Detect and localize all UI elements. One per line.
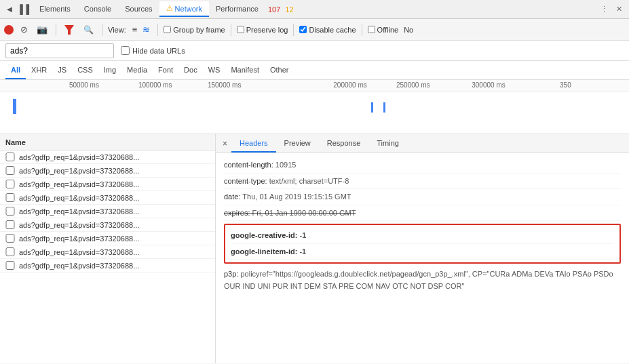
separator-2 — [102, 24, 102, 36]
filter-media[interactable]: Media — [121, 61, 153, 79]
search-btn[interactable]: 🔍 — [81, 24, 96, 36]
request-list: Name ads?gdfp_req=1&pvsid=37320688... ad… — [0, 134, 216, 363]
filter-js[interactable]: JS — [52, 61, 72, 79]
tab-network[interactable]: ⚠ Network — [159, 1, 209, 17]
timeline-bar-2 — [383, 102, 385, 113]
header-google-creative-id: google-creative-id: -1 — [231, 228, 614, 244]
list-item[interactable]: ads?gdfp_req=1&pvsid=37320688... — [0, 218, 215, 232]
row-checkbox-8[interactable] — [5, 261, 15, 270]
tab-performance[interactable]: Performance — [209, 2, 265, 17]
view-label: View: — [108, 26, 126, 34]
header-date: date: Thu, 01 Aug 2019 19:15:15 GMT — [224, 189, 621, 205]
preserve-log-label[interactable]: Preserve log — [237, 26, 288, 34]
filter-manifest[interactable]: Manifest — [225, 61, 265, 79]
back-icon[interactable]: ◄ — [3, 3, 16, 16]
disable-cache-checkbox[interactable] — [299, 26, 307, 33]
row-checkbox-7[interactable] — [5, 247, 15, 256]
filter-doc[interactable]: Doc — [178, 61, 203, 79]
disable-cache-label[interactable]: Disable cache — [299, 26, 356, 34]
main-content: Name ads?gdfp_req=1&pvsid=37320688... ad… — [0, 134, 629, 363]
ruler-mark-250000: 250000 ms — [396, 81, 430, 89]
row-checkbox-2[interactable] — [5, 180, 15, 188]
list-item[interactable]: ads?gdfp_req=1&pvsid=37320688... — [0, 232, 215, 245]
timeline-ruler: 50000 ms 100000 ms 150000 ms 200000 ms 2… — [0, 80, 629, 92]
tab-bar: ◄ ▐▐ Elements Console Sources ⚠ Network … — [0, 0, 629, 19]
list-item[interactable]: ads?gdfp_req=1&pvsid=37320688... — [0, 245, 215, 259]
camera-btn[interactable]: 📷 — [34, 23, 50, 36]
network-toolbar: ⊘ 📷 🔍 View: ≡ ≋ Group by frame Preserve … — [0, 19, 629, 41]
separator-5 — [293, 24, 294, 36]
separator-6 — [362, 24, 362, 36]
header-p3p: p3p: policyref="https://googleads.g.doub… — [224, 266, 621, 294]
record-btn[interactable] — [4, 25, 14, 35]
header-expires: expires: Fri, 01 Jan 1990 00:00:00 GMT — [224, 205, 621, 222]
highlighted-headers-section: google-creative-id: -1 google-lineitem-i… — [224, 224, 621, 264]
preserve-log-checkbox[interactable] — [237, 26, 244, 33]
row-checkbox-6[interactable] — [5, 234, 15, 243]
list-view-btn[interactable]: ≡ — [130, 24, 140, 35]
error-count: 107 12 — [268, 5, 294, 14]
separator-4 — [231, 24, 231, 36]
list-item[interactable]: ads?gdfp_req=1&pvsid=37320688... — [0, 150, 215, 164]
row-checkbox-4[interactable] — [5, 207, 15, 216]
filter-xhr[interactable]: XHR — [26, 61, 52, 79]
ruler-mark-350: 350 — [560, 81, 571, 89]
separator-1 — [56, 24, 56, 36]
row-checkbox-1[interactable] — [5, 166, 15, 175]
list-item[interactable]: ads?gdfp_req=1&pvsid=37320688... — [0, 259, 215, 272]
row-checkbox-0[interactable] — [5, 153, 15, 161]
filter-img[interactable]: Img — [98, 61, 121, 79]
header-google-lineitem-id: google-lineitem-id: -1 — [231, 244, 614, 260]
detail-panel: × Headers Preview Response Timing conten… — [216, 134, 629, 363]
grid-view-btn[interactable]: ≋ — [140, 24, 152, 35]
offline-checkbox[interactable] — [368, 26, 375, 33]
detail-content: content-length: 10915 content-type: text… — [216, 153, 629, 298]
hide-data-urls-checkbox[interactable] — [121, 46, 130, 55]
filter-other[interactable]: Other — [265, 61, 294, 79]
filter-btn[interactable] — [62, 24, 77, 36]
tab-elements[interactable]: Elements — [33, 2, 77, 17]
separator-3 — [157, 24, 158, 36]
header-content-length: content-length: 10915 — [224, 157, 621, 174]
tab-console[interactable]: Console — [77, 2, 118, 17]
panel-icon[interactable]: ▐▐ — [16, 3, 30, 16]
filter-css[interactable]: CSS — [72, 61, 98, 79]
tab-headers[interactable]: Headers — [231, 134, 276, 153]
no-throttling-label: No — [404, 26, 413, 34]
list-item[interactable]: ads?gdfp_req=1&pvsid=37320688... — [0, 191, 215, 205]
ruler-mark-150000: 150000 ms — [208, 81, 241, 89]
svg-marker-0 — [64, 25, 74, 35]
row-checkbox-5[interactable] — [5, 220, 15, 229]
clear-btn[interactable]: ⊘ — [18, 24, 30, 36]
more-tabs-btn[interactable]: ⋮ — [596, 2, 612, 16]
search-input[interactable] — [5, 43, 114, 58]
tab-preview[interactable]: Preview — [276, 134, 319, 153]
header-content-type: content-type: text/xml; charset=UTF-8 — [224, 174, 621, 190]
timeline: 50000 ms 100000 ms 150000 ms 200000 ms 2… — [0, 80, 629, 134]
hide-data-urls-label[interactable]: Hide data URLs — [121, 46, 185, 55]
filter-row: All XHR JS CSS Img Media Font Doc WS Man… — [0, 61, 629, 80]
view-toggle: ≡ ≋ — [130, 24, 153, 35]
timeline-bar-0 — [13, 99, 16, 114]
list-header: Name — [0, 134, 215, 150]
list-item[interactable]: ads?gdfp_req=1&pvsid=37320688... — [0, 164, 215, 178]
close-devtools-btn[interactable]: ✕ — [612, 2, 626, 16]
detail-tabs: × Headers Preview Response Timing — [216, 134, 629, 153]
filter-font[interactable]: Font — [153, 61, 178, 79]
timeline-bar-1 — [371, 102, 373, 113]
group-by-frame-label[interactable]: Group by frame — [164, 26, 225, 34]
group-by-frame-checkbox[interactable] — [164, 26, 171, 33]
filter-all[interactable]: All — [5, 61, 26, 79]
list-item[interactable]: ads?gdfp_req=1&pvsid=37320688... — [0, 205, 215, 218]
list-item[interactable]: ads?gdfp_req=1&pvsid=37320688... — [0, 178, 215, 191]
tab-timing[interactable]: Timing — [368, 134, 407, 153]
filter-icon — [64, 25, 74, 35]
tab-sources[interactable]: Sources — [118, 2, 159, 17]
detail-close-btn[interactable]: × — [218, 138, 231, 150]
ruler-mark-300000: 300000 ms — [472, 81, 505, 89]
offline-label[interactable]: Offline — [368, 26, 399, 34]
filter-ws[interactable]: WS — [203, 61, 226, 79]
row-checkbox-3[interactable] — [5, 193, 15, 202]
timeline-area — [0, 92, 629, 133]
tab-response[interactable]: Response — [319, 134, 369, 153]
